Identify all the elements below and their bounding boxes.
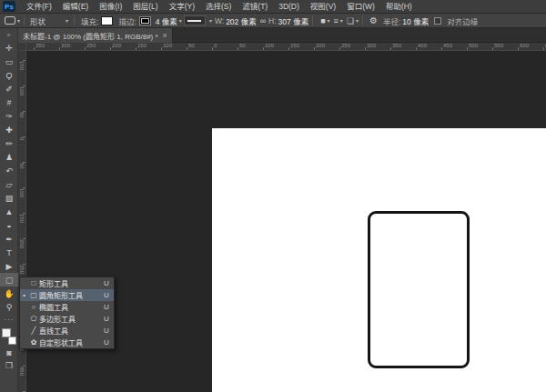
- ruler-tick: [416, 47, 417, 50]
- ruler-tick: [263, 47, 264, 50]
- align-edges-checkbox[interactable]: [434, 17, 441, 25]
- quick-selection-tool[interactable]: ✐: [0, 82, 18, 95]
- flyout-item-自定形状工具[interactable]: ✿自定形状工具U: [20, 337, 114, 348]
- gear-icon[interactable]: ⚙: [369, 15, 378, 25]
- width-field[interactable]: 202 像素: [226, 15, 257, 26]
- eraser-tool[interactable]: ▱: [0, 177, 18, 191]
- ruler-tick: [212, 47, 213, 50]
- fill-label: 填充:: [81, 15, 98, 26]
- stroke-style-select[interactable]: ▾: [182, 15, 212, 25]
- toolbox-collapse-button[interactable]: »: [0, 28, 17, 41]
- foreground-color-swatch[interactable]: [2, 328, 11, 337]
- fill-color-swatch[interactable]: [101, 16, 113, 25]
- quick-mask-button[interactable]: ◙: [0, 347, 18, 359]
- ruler-origin-corner[interactable]: [18, 43, 26, 51]
- pen-tool[interactable]: ✒: [0, 232, 18, 246]
- path-selection-tool[interactable]: ▶: [0, 259, 18, 273]
- screen-mode-button[interactable]: ❐: [0, 359, 18, 372]
- history-brush-tool[interactable]: ↶: [0, 164, 18, 177]
- horizontal-ruler[interactable]: 3503002502001501005005010015020025030035…: [18, 43, 546, 51]
- menu-item-9[interactable]: 窗口(W): [341, 0, 380, 14]
- flyout-item-多边形工具[interactable]: ⬠多边形工具U: [20, 313, 114, 325]
- ruler-tick-label: 300: [61, 43, 70, 48]
- menu-item-10[interactable]: 帮助(H): [380, 0, 418, 14]
- edit-toolbar-button[interactable]: ···: [0, 314, 18, 325]
- ruler-tick-label: 200: [316, 43, 325, 48]
- ruler-tick: [441, 47, 442, 50]
- clone-stamp-tool[interactable]: ♟: [0, 150, 18, 164]
- ruler-tick-label: 450: [443, 43, 452, 48]
- radius-field[interactable]: 10 像素: [402, 15, 429, 26]
- ruler-tick-label: 150: [19, 214, 25, 223]
- shortcut-key: U: [104, 303, 114, 311]
- menu-item-6[interactable]: 滤镜(T): [237, 0, 273, 14]
- path-alignment-button[interactable]: ≡ ▾: [330, 16, 343, 25]
- gradient-tool[interactable]: ▨: [0, 191, 18, 205]
- flyout-item-圆角矩形工具[interactable]: •▢圆角矩形工具U: [20, 289, 114, 301]
- marquee-tool[interactable]: ▭: [0, 55, 18, 68]
- path-alignment-icon: ≡: [334, 16, 339, 25]
- menu-item-5[interactable]: 选择(S): [200, 0, 237, 14]
- flyout-item-矩形工具[interactable]: □矩形工具U: [20, 277, 114, 289]
- ruler-tick-label: 200: [112, 43, 121, 48]
- hand-tool[interactable]: ✋: [0, 286, 18, 300]
- stroke-width-field[interactable]: 4 像素 ▾: [154, 15, 182, 26]
- path-arrangement-icon: ❏: [347, 16, 354, 25]
- menu-item-2[interactable]: 图像(I): [94, 0, 127, 14]
- crop-tool[interactable]: #: [0, 95, 18, 109]
- healing-brush-tool[interactable]: ✚: [0, 123, 18, 136]
- link-dimensions-icon[interactable]: ∞: [260, 16, 266, 25]
- ruler-tick-label: 450: [19, 367, 25, 376]
- path-arrangement-button[interactable]: ❏ ▾: [343, 16, 359, 25]
- brush-tool[interactable]: ✏: [0, 136, 18, 150]
- flyout-item-直线工具[interactable]: ╱直线工具U: [20, 325, 114, 337]
- stroke-color-swatch[interactable]: [139, 16, 151, 25]
- ruler-tick: [543, 47, 544, 50]
- menu-items: 文件(F)编辑(E)图像(I)图层(L)文字(Y)选择(S)滤镜(T)3D(D)…: [21, 0, 418, 14]
- toolbox: » ✛▭Ϙ✐#✑✚✏♟↶▱▨▲◒✒T▶▢✋⚲ ··· ◙ ❐: [0, 28, 18, 392]
- ruler-tick: [34, 47, 35, 50]
- 多边形工具-icon: ⬠: [28, 315, 39, 323]
- type-tool[interactable]: T: [0, 246, 18, 259]
- menu-item-1[interactable]: 编辑(E): [57, 0, 94, 14]
- close-icon[interactable]: ×: [163, 31, 167, 40]
- ruler-tick-label: 250: [341, 43, 350, 48]
- document-tab-bar: 未标题-1 @ 100% (圆角矩形 1, RGB/8#) * ×: [18, 28, 546, 43]
- 自定形状工具-icon: ✿: [28, 338, 39, 347]
- foreground-background-swatches[interactable]: [2, 328, 16, 345]
- ruler-tick-label: 250: [86, 43, 96, 48]
- lasso-tool[interactable]: Ϙ: [0, 68, 18, 82]
- divider: [362, 15, 363, 25]
- menu-item-0[interactable]: 文件(F): [21, 0, 57, 14]
- menu-item-8[interactable]: 视图(V): [305, 0, 341, 14]
- flyout-item-label: 自定形状工具: [39, 337, 104, 347]
- menu-item-4[interactable]: 文字(Y): [164, 0, 200, 14]
- stroke-label: 描边:: [118, 15, 136, 26]
- rounded-rectangle-tool[interactable]: ▢: [0, 273, 18, 286]
- dodge-tool[interactable]: ◒: [0, 218, 18, 232]
- height-field[interactable]: 307 像素: [278, 15, 309, 26]
- solid-line-icon: [187, 20, 201, 22]
- stroke-style-preview: [184, 15, 206, 25]
- menu-item-3[interactable]: 图层(L): [127, 0, 163, 14]
- ruler-tick-label: 150: [290, 43, 299, 48]
- tool-preset-picker[interactable]: ▾: [0, 16, 20, 25]
- background-color-swatch[interactable]: [8, 337, 16, 345]
- ruler-tick: [314, 47, 315, 50]
- document-tab[interactable]: 未标题-1 @ 100% (圆角矩形 1, RGB/8#) * ×: [18, 28, 173, 43]
- zoom-tool[interactable]: ⚲: [0, 300, 18, 314]
- ruler-tick-label: 100: [19, 86, 25, 95]
- ruler-tick-label: 350: [392, 43, 401, 48]
- ruler-tick-label: 50: [239, 43, 246, 48]
- options-bar: ▾ 形状 ▾ 填充: 描边: 4 像素 ▾ ▾ W: 202 像素 ∞ H: 3…: [0, 14, 546, 28]
- ruler-tick-label: 200: [19, 239, 25, 248]
- menu-item-7[interactable]: 3D(D): [273, 0, 305, 14]
- tool-mode-select[interactable]: 形状 ▾: [28, 15, 70, 26]
- flyout-item-椭圆工具[interactable]: ○椭圆工具U: [20, 301, 114, 313]
- path-operations-button[interactable]: ■ ▾: [317, 16, 329, 25]
- eyedropper-tool[interactable]: ✑: [0, 109, 18, 123]
- ruler-tick: [339, 47, 340, 50]
- tool-mode-value: 形状: [30, 15, 46, 26]
- blur-tool[interactable]: ▲: [0, 205, 18, 218]
- move-tool[interactable]: ✛: [0, 41, 18, 55]
